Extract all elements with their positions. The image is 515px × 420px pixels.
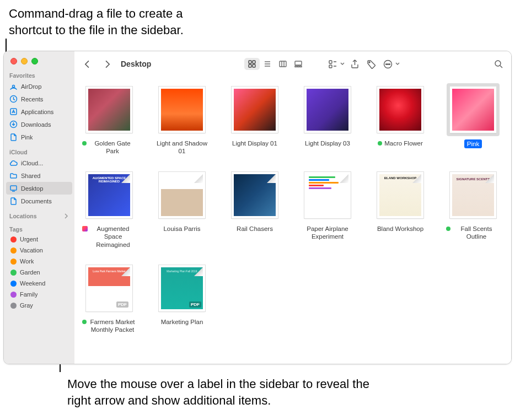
toolbar: Desktop — [74, 51, 511, 77]
file-thumbnail — [374, 83, 427, 136]
list-view-button[interactable] — [260, 58, 275, 70]
location-title: Desktop — [121, 60, 151, 68]
icon-view-button[interactable] — [244, 58, 260, 70]
page-corner-icon — [340, 174, 348, 183]
file-label: Pink — [464, 139, 482, 148]
sidebar-header-icloud: iCloud — [4, 147, 74, 157]
sidebar-tag-gray[interactable]: Gray — [4, 300, 74, 311]
file-label: Rail Chasers — [237, 225, 273, 233]
app-icon — [9, 107, 18, 116]
pdf-badge: PDF — [116, 301, 128, 308]
tag-button[interactable] — [366, 58, 378, 70]
file-item[interactable]: Light Display 01 — [228, 83, 282, 155]
page-corner-icon — [121, 174, 130, 183]
sidebar-tag-label: Family — [20, 291, 37, 298]
file-label: Light Display 01 — [232, 139, 277, 147]
file-thumbnail: AUGMENTED SPACE REIMAGINED — [83, 169, 136, 222]
svg-point-29 — [495, 61, 501, 66]
sidebar-item-shared[interactable]: Shared — [4, 169, 74, 182]
file-thumbnail — [228, 169, 281, 222]
svg-rect-21 — [329, 65, 332, 68]
page-corner-icon — [194, 267, 203, 276]
file-thumbnail — [155, 169, 208, 222]
sidebar-tag-label: Garden — [20, 269, 40, 276]
file-item[interactable]: SIGNATURE SCENTSFall Scents Outline — [446, 169, 500, 249]
file-thumbnail — [447, 83, 500, 136]
file-thumbnail — [83, 83, 136, 136]
sidebar-item-pink[interactable]: Pink — [4, 131, 74, 143]
svg-rect-6 — [249, 61, 251, 63]
file-thumbnail: BLAND WORKSHOP — [374, 169, 427, 222]
sidebar-tag-vacation[interactable]: Vacation — [4, 245, 74, 256]
sidebar-header-locations[interactable]: Locations — [4, 211, 74, 220]
sidebar-tag-weekend[interactable]: Weekend — [4, 278, 74, 289]
airdrop-icon — [9, 82, 18, 90]
file-item[interactable]: Rail Chasers — [228, 169, 282, 249]
finder-window: Favorites AirDropRecentsApplicationsDown… — [3, 51, 512, 364]
group-button[interactable] — [327, 58, 345, 70]
sidebar-item-downloads[interactable]: Downloads — [4, 118, 74, 131]
file-item[interactable]: Golden Gate Park — [82, 83, 136, 155]
svg-rect-16 — [295, 61, 302, 65]
file-item[interactable]: Pink — [446, 83, 500, 155]
file-item[interactable]: Light and Shadow 01 — [155, 83, 209, 155]
sidebar-tag-garden[interactable]: Garden — [4, 267, 74, 278]
more-button[interactable] — [382, 58, 400, 70]
main-area: Desktop Golden Gate ParkLig — [74, 51, 511, 364]
sidebar-tag-urgent[interactable]: Urgent — [4, 234, 74, 245]
chevron-down-icon — [395, 62, 400, 66]
file-item[interactable]: Light Display 03 — [301, 83, 355, 155]
sidebar-item-icloud-[interactable]: iCloud... — [4, 157, 74, 169]
svg-rect-13 — [280, 61, 286, 67]
file-item[interactable]: Luna Park Farmers MarketPDFFarmers Marke… — [82, 262, 136, 334]
chevron-down-icon — [340, 62, 345, 66]
chevron-right-icon — [63, 213, 69, 219]
close-button[interactable] — [10, 58, 17, 64]
svg-rect-17 — [295, 66, 297, 67]
sidebar-item-airdrop[interactable]: AirDrop — [4, 80, 74, 93]
share-button[interactable] — [349, 58, 361, 70]
file-item[interactable]: Paper Airplane Experiment — [301, 169, 355, 249]
file-label: Paper Airplane Experiment — [301, 225, 355, 241]
sidebar-item-label: AirDrop — [21, 83, 41, 90]
column-view-button[interactable] — [275, 58, 291, 70]
svg-rect-20 — [329, 61, 332, 63]
back-button[interactable] — [81, 58, 93, 70]
file-item[interactable]: Macro Flower — [373, 83, 427, 155]
sidebar-item-recents[interactable]: Recents — [4, 93, 74, 105]
sidebar-item-label: iCloud... — [21, 160, 43, 166]
file-item[interactable]: Louisa Parris — [155, 169, 209, 249]
file-thumbnail: Luna Park Farmers MarketPDF — [83, 262, 136, 315]
file-thumbnail — [228, 83, 281, 136]
page-corner-icon — [485, 174, 494, 183]
sidebar-item-documents[interactable]: Documents — [4, 195, 74, 207]
window-controls — [4, 55, 74, 70]
sidebar-item-label: Desktop — [21, 185, 43, 192]
sidebar-tag-work[interactable]: Work — [4, 256, 74, 267]
sidebar-tag-family[interactable]: Family — [4, 289, 74, 300]
zoom-button[interactable] — [31, 58, 38, 64]
sidebar-tag-label: Work — [20, 258, 34, 265]
page-corner-icon — [121, 267, 130, 276]
search-button[interactable] — [492, 58, 505, 70]
sidebar-tag-label: Vacation — [20, 247, 43, 254]
file-item[interactable]: BLAND WORKSHOPBland Workshop — [373, 169, 427, 249]
file-label: Marketing Plan — [161, 318, 203, 326]
tag-dot-icon — [10, 303, 17, 309]
minimize-button[interactable] — [21, 58, 28, 64]
locations-label: Locations — [9, 213, 37, 219]
file-thumbnail: SIGNATURE SCENTS — [447, 169, 500, 222]
file-item[interactable]: Marketing Plan Fall 2019PDFMarketing Pla… — [155, 262, 209, 334]
download-icon — [9, 120, 18, 128]
gallery-view-button[interactable] — [291, 58, 306, 70]
sidebar: Favorites AirDropRecentsApplicationsDown… — [4, 51, 74, 364]
sidebar-item-label: Applications — [21, 109, 53, 115]
sidebar-item-desktop[interactable]: Desktop — [6, 182, 72, 195]
desktop-icon — [9, 184, 18, 192]
file-label: Golden Gate Park — [89, 139, 136, 155]
sidebar-item-applications[interactable]: Applications — [4, 105, 74, 118]
sidebar-header-favorites: Favorites — [4, 70, 74, 80]
sidebar-header-tags: Tags — [4, 224, 74, 234]
file-item[interactable]: AUGMENTED SPACE REIMAGINEDAugmented Spac… — [82, 169, 136, 249]
forward-button[interactable] — [101, 58, 113, 70]
